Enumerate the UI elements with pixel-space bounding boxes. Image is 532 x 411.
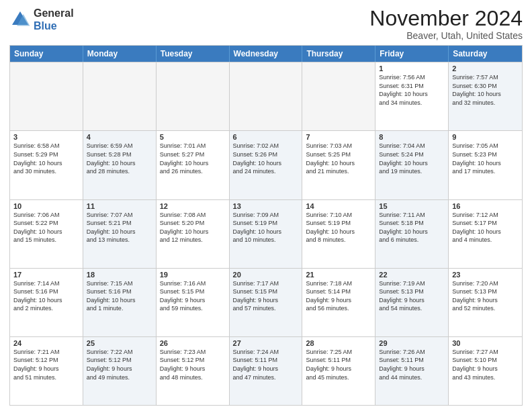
calendar-cell: 21Sunrise: 7:18 AM Sunset: 5:14 PM Dayli… (302, 269, 375, 336)
calendar-row-2: 10Sunrise: 7:06 AM Sunset: 5:22 PM Dayli… (10, 199, 522, 268)
calendar-cell: 22Sunrise: 7:19 AM Sunset: 5:13 PM Dayli… (375, 269, 449, 336)
calendar-cell (230, 62, 303, 130)
day-number: 26 (160, 339, 226, 347)
day-info: Sunrise: 7:20 AM Sunset: 5:13 PM Dayligh… (452, 279, 519, 313)
calendar-cell: 6Sunrise: 7:02 AM Sunset: 5:26 PM Daylig… (230, 131, 303, 199)
weekday-header-monday: Monday (83, 46, 157, 62)
calendar-cell (157, 62, 230, 130)
day-number: 1 (379, 64, 445, 73)
calendar-cell: 17Sunrise: 7:14 AM Sunset: 5:16 PM Dayli… (10, 269, 83, 336)
day-info: Sunrise: 6:59 AM Sunset: 5:28 PM Dayligh… (87, 142, 152, 175)
logo-text: General Blue (34, 7, 74, 32)
day-number: 12 (160, 202, 226, 210)
day-info: Sunrise: 7:16 AM Sunset: 5:15 PM Dayligh… (160, 279, 226, 313)
weekday-header-friday: Friday (375, 46, 449, 62)
month-title: November 2024 (369, 7, 523, 30)
day-info: Sunrise: 7:57 AM Sunset: 6:30 PM Dayligh… (452, 73, 519, 107)
day-info: Sunrise: 7:04 AM Sunset: 5:24 PM Dayligh… (379, 142, 445, 175)
calendar-cell: 5Sunrise: 7:01 AM Sunset: 5:27 PM Daylig… (157, 131, 230, 199)
calendar-cell: 7Sunrise: 7:03 AM Sunset: 5:25 PM Daylig… (302, 131, 375, 199)
calendar-cell: 27Sunrise: 7:24 AM Sunset: 5:11 PM Dayli… (230, 337, 303, 405)
day-info: Sunrise: 7:56 AM Sunset: 6:31 PM Dayligh… (379, 73, 445, 107)
weekday-header-saturday: Saturday (449, 46, 522, 62)
calendar-cell: 19Sunrise: 7:16 AM Sunset: 5:15 PM Dayli… (157, 269, 230, 336)
title-block: November 2024 Beaver, Utah, United State… (369, 7, 523, 41)
day-info: Sunrise: 7:07 AM Sunset: 5:21 PM Dayligh… (87, 211, 152, 244)
header: General Blue November 2024 Beaver, Utah,… (9, 7, 523, 41)
day-number: 29 (379, 339, 445, 347)
calendar-cell: 14Sunrise: 7:10 AM Sunset: 5:19 PM Dayli… (302, 200, 375, 268)
day-info: Sunrise: 7:15 AM Sunset: 5:16 PM Dayligh… (87, 279, 152, 313)
day-info: Sunrise: 7:03 AM Sunset: 5:25 PM Dayligh… (306, 142, 371, 175)
day-info: Sunrise: 7:08 AM Sunset: 5:20 PM Dayligh… (160, 211, 226, 244)
day-info: Sunrise: 7:24 AM Sunset: 5:11 PM Dayligh… (233, 348, 299, 381)
day-info: Sunrise: 7:02 AM Sunset: 5:26 PM Dayligh… (233, 142, 299, 175)
weekday-header-thursday: Thursday (302, 46, 375, 62)
day-info: Sunrise: 7:19 AM Sunset: 5:13 PM Dayligh… (379, 279, 445, 313)
day-info: Sunrise: 7:22 AM Sunset: 5:12 PM Dayligh… (87, 348, 152, 381)
day-number: 18 (87, 271, 152, 279)
day-number: 21 (306, 271, 371, 279)
day-number: 24 (13, 339, 79, 347)
day-info: Sunrise: 7:23 AM Sunset: 5:12 PM Dayligh… (160, 348, 226, 381)
day-info: Sunrise: 7:12 AM Sunset: 5:17 PM Dayligh… (452, 211, 519, 244)
calendar-cell: 12Sunrise: 7:08 AM Sunset: 5:20 PM Dayli… (157, 200, 230, 268)
day-number: 23 (452, 271, 519, 279)
day-info: Sunrise: 7:17 AM Sunset: 5:15 PM Dayligh… (233, 279, 299, 313)
day-number: 20 (233, 271, 299, 279)
calendar-cell: 11Sunrise: 7:07 AM Sunset: 5:21 PM Dayli… (83, 200, 157, 268)
calendar-cell: 3Sunrise: 6:58 AM Sunset: 5:29 PM Daylig… (10, 131, 83, 199)
day-info: Sunrise: 7:26 AM Sunset: 5:11 PM Dayligh… (379, 348, 445, 381)
calendar-cell: 2Sunrise: 7:57 AM Sunset: 6:30 PM Daylig… (449, 62, 522, 130)
weekday-header-wednesday: Wednesday (230, 46, 303, 62)
day-number: 22 (379, 271, 445, 279)
calendar-row-4: 24Sunrise: 7:21 AM Sunset: 5:12 PM Dayli… (10, 336, 522, 405)
day-number: 15 (379, 202, 445, 210)
day-info: Sunrise: 7:21 AM Sunset: 5:12 PM Dayligh… (13, 348, 79, 381)
day-number: 9 (452, 133, 519, 141)
logo-blue: Blue (34, 20, 57, 32)
day-info: Sunrise: 7:14 AM Sunset: 5:16 PM Dayligh… (13, 279, 79, 313)
calendar-body: 1Sunrise: 7:56 AM Sunset: 6:31 PM Daylig… (10, 62, 522, 405)
calendar-cell (10, 62, 83, 130)
location: Beaver, Utah, United States (369, 30, 523, 41)
calendar-cell: 18Sunrise: 7:15 AM Sunset: 5:16 PM Dayli… (83, 269, 157, 336)
calendar-cell: 13Sunrise: 7:09 AM Sunset: 5:19 PM Dayli… (230, 200, 303, 268)
day-number: 17 (13, 271, 79, 279)
day-number: 13 (233, 202, 299, 210)
day-number: 5 (160, 133, 226, 141)
day-info: Sunrise: 7:01 AM Sunset: 5:27 PM Dayligh… (160, 142, 226, 175)
day-info: Sunrise: 7:09 AM Sunset: 5:19 PM Dayligh… (233, 211, 299, 244)
calendar-cell: 9Sunrise: 7:05 AM Sunset: 5:23 PM Daylig… (449, 131, 522, 199)
calendar-row-1: 3Sunrise: 6:58 AM Sunset: 5:29 PM Daylig… (10, 130, 522, 199)
calendar-cell: 16Sunrise: 7:12 AM Sunset: 5:17 PM Dayli… (449, 200, 522, 268)
day-info: Sunrise: 7:11 AM Sunset: 5:18 PM Dayligh… (379, 211, 445, 244)
day-number: 10 (13, 202, 79, 210)
calendar-cell: 20Sunrise: 7:17 AM Sunset: 5:15 PM Dayli… (230, 269, 303, 336)
calendar-cell: 10Sunrise: 7:06 AM Sunset: 5:22 PM Dayli… (10, 200, 83, 268)
calendar-cell (83, 62, 157, 130)
day-number: 11 (87, 202, 152, 210)
logo-icon (9, 9, 31, 30)
calendar-cell: 29Sunrise: 7:26 AM Sunset: 5:11 PM Dayli… (375, 337, 449, 405)
day-number: 2 (452, 64, 519, 73)
day-info: Sunrise: 7:18 AM Sunset: 5:14 PM Dayligh… (306, 279, 371, 313)
calendar-cell: 28Sunrise: 7:25 AM Sunset: 5:11 PM Dayli… (302, 337, 375, 405)
calendar-header: SundayMondayTuesdayWednesdayThursdayFrid… (10, 46, 522, 62)
calendar-cell: 15Sunrise: 7:11 AM Sunset: 5:18 PM Dayli… (375, 200, 449, 268)
calendar-row-3: 17Sunrise: 7:14 AM Sunset: 5:16 PM Dayli… (10, 268, 522, 336)
calendar-cell: 23Sunrise: 7:20 AM Sunset: 5:13 PM Dayli… (449, 269, 522, 336)
page: General Blue November 2024 Beaver, Utah,… (0, 0, 532, 411)
day-number: 14 (306, 202, 371, 210)
day-info: Sunrise: 7:25 AM Sunset: 5:11 PM Dayligh… (306, 348, 371, 381)
day-number: 30 (452, 339, 519, 347)
day-info: Sunrise: 6:58 AM Sunset: 5:29 PM Dayligh… (13, 142, 79, 175)
day-info: Sunrise: 7:06 AM Sunset: 5:22 PM Dayligh… (13, 211, 79, 244)
day-number: 3 (13, 133, 79, 141)
day-number: 25 (87, 339, 152, 347)
calendar-cell: 1Sunrise: 7:56 AM Sunset: 6:31 PM Daylig… (375, 62, 449, 130)
day-number: 8 (379, 133, 445, 141)
day-number: 6 (233, 133, 299, 141)
calendar-cell: 25Sunrise: 7:22 AM Sunset: 5:12 PM Dayli… (83, 337, 157, 405)
day-number: 7 (306, 133, 371, 141)
